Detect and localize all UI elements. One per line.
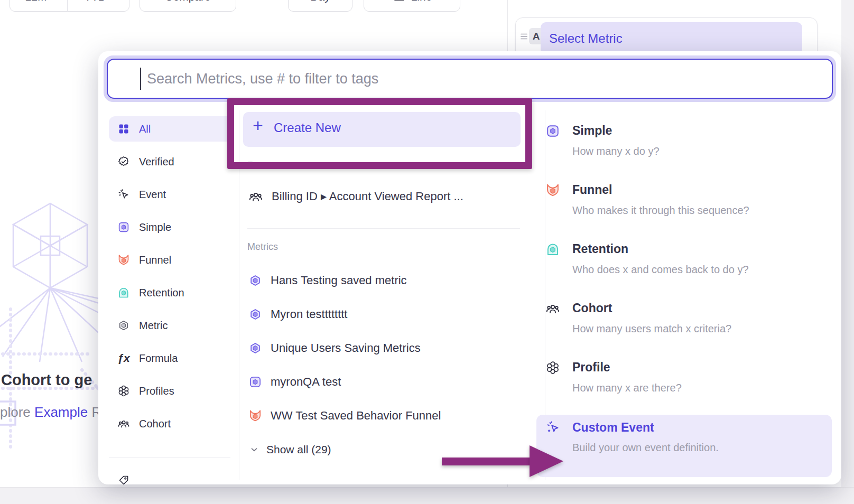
sidebar-item-formula[interactable]: ƒx Formula [109,346,233,371]
sidebar-label: Verified [139,156,174,168]
compare-label: Compare [165,0,210,3]
retention-icon [117,286,130,299]
metric-item-label: myronQA test [271,375,341,389]
metric-hexagon-icon [117,319,130,332]
metric-list-item[interactable]: WW Test Saved Behavior Funnel [248,409,441,423]
text-caret [140,68,141,90]
chevron-down-icon [249,445,259,454]
retention-icon[interactable] [545,242,560,257]
sidebar-label: Simple [139,221,171,234]
metric-list-item[interactable]: myronQA test [248,375,341,389]
recent-item-row[interactable]: Billing ID ▸ Account Viewed Report ... [248,189,463,204]
cohort-people-icon[interactable] [545,301,560,316]
type-simple-desc: How many x do y? [572,145,660,157]
show-all-label: Show all (29) [266,443,331,456]
type-profile[interactable]: Profile [572,360,610,375]
sidebar-item-simple[interactable]: Simple [109,214,233,240]
saved-metric-hexagon-icon [248,274,262,287]
grid-icon [117,123,130,135]
sidebar-label: Cohort [139,418,171,430]
chart-type-label: Line [411,0,432,3]
simple-metric-icon [248,375,262,389]
range-ytd-label: YTD [84,0,106,3]
profile-flower-icon[interactable] [545,360,560,375]
type-cohort-desc: How many users match x criteria? [572,323,731,335]
metric-list-item[interactable]: Myron testttttttt [248,307,347,321]
metric-item-label: WW Test Saved Behavior Funnel [271,409,441,423]
profiles-flower-icon [117,385,130,397]
funnel-icon [248,409,262,423]
search-input[interactable] [107,59,833,99]
subline-fragment: plore [0,404,31,420]
type-simple[interactable]: Simple [572,124,612,138]
saved-metric-hexagon-icon [248,341,262,355]
sidebar-item-profiles[interactable]: Profiles [109,378,233,404]
sidebar-label: Profiles [139,385,174,397]
right-gutter [841,0,854,504]
cohort-people-icon [248,189,263,204]
tag-icon [117,474,130,484]
segment-divider [67,0,68,11]
funnel-icon[interactable] [545,183,560,198]
sidebar-section-divider [109,457,230,458]
empty-state-subline: plore Example Re [0,404,109,421]
date-range-segmented-control[interactable]: 12M YTD [10,0,129,12]
sidebar-item-event[interactable]: Event [109,182,233,207]
type-funnel-desc: Who makes it through this sequence? [572,204,749,217]
type-retention[interactable]: Retention [572,242,628,256]
line-chart-icon [392,0,406,4]
annotation-arrow-head [530,445,563,477]
recents-divider [247,228,520,229]
select-metric-label: Select Metric [549,31,623,46]
metric-item-label: Unique Users Saving Metrics [271,341,421,355]
sidebar-label: Retention [139,287,184,299]
sidebar-label: Formula [139,352,178,365]
app-screen: Cohort to ge plore Example Re 12M YTD Co… [0,0,854,504]
sidebar-label: Funnel [139,254,171,266]
interval-label: Day [310,0,330,3]
sidebar-item-cohort[interactable]: Cohort [109,411,233,436]
chevron-down-icon [110,0,118,1]
range-12m-button[interactable]: 12M [10,0,62,3]
funnel-icon [117,254,130,266]
interval-button[interactable]: Day [288,0,352,12]
sidebar-item-all[interactable]: All [109,116,233,142]
sidebar-label: Event [139,189,166,201]
annotation-arrow [442,458,531,465]
type-custom-event-desc: Build your own event definition. [572,442,719,454]
cohort-people-icon [117,417,130,430]
simple-metric-icon [117,221,130,234]
sidebar-item-verified[interactable]: Verified [109,149,233,174]
formula-fx-icon: ƒx [117,352,130,365]
verified-badge-icon [117,155,130,168]
sidebar-item-funnel[interactable]: Funnel [109,247,233,273]
sidebar-item-metric[interactable]: Metric [109,313,233,338]
range-ytd-button[interactable]: YTD [73,0,129,3]
saved-metric-hexagon-icon [248,307,262,321]
type-retention-desc: Who does x and comes back to do y? [572,264,749,276]
metric-list-item[interactable]: Hans Testing saved metric [248,274,407,287]
simple-metric-icon[interactable] [545,124,560,138]
compare-button[interactable]: Compare [140,0,236,12]
metric-item-label: Hans Testing saved metric [271,274,407,287]
sidebar-item-retention[interactable]: Retention [109,280,233,305]
sidebar-label: All [139,123,151,135]
custom-event-icon[interactable] [545,421,560,435]
bottom-gutter [0,487,854,504]
recent-item-label: Billing ID ▸ Account Viewed Report ... [272,190,463,203]
metrics-header: Metrics [247,241,278,253]
metric-list-item[interactable]: Unique Users Saving Metrics [248,341,421,355]
drag-handle-icon[interactable] [520,30,528,43]
type-funnel[interactable]: Funnel [572,183,612,197]
annotation-rectangle [227,98,532,169]
metric-item-label: Myron testttttttt [271,307,347,321]
type-custom-event[interactable]: Custom Event [572,421,654,435]
chart-type-button[interactable]: Line [364,0,460,12]
event-cursor-icon [117,188,130,201]
type-cohort[interactable]: Cohort [572,301,612,315]
type-profile-desc: How many x are there? [572,382,682,394]
show-all-toggle[interactable]: Show all (29) [249,443,331,456]
select-metric-button[interactable]: Select Metric [541,22,802,55]
example-reports-link[interactable]: Example [34,404,88,420]
sidebar-label: Metric [139,320,168,332]
